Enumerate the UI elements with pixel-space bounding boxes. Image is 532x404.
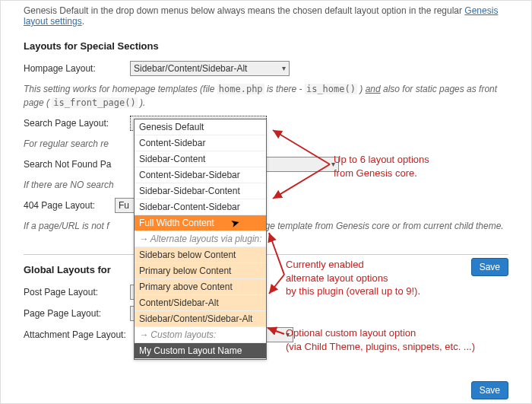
opt-sidebar-content-sidebar[interactable]: Sidebar-Content-Sidebar: [135, 199, 266, 215]
homepage-note: This setting works for homepage template…: [24, 82, 508, 110]
opt-content-sidebar[interactable]: Content-Sidebar: [135, 135, 266, 151]
cursor-icon: ➤: [230, 216, 242, 231]
save-button-2[interactable]: Save: [471, 381, 508, 399]
anno-core-layouts: Up to 6 layout options from Genesis core…: [334, 153, 531, 180]
opt-custom-layout[interactable]: My Custom Layout Name: [135, 343, 266, 359]
opt-cat-alternate: → Alternate layouts via plugin:: [135, 231, 266, 247]
anno-alternate-layouts: Currently enabled alternate layout optio…: [286, 258, 483, 298]
opt-genesis-default[interactable]: Genesis Default: [135, 119, 266, 135]
opt-cat-custom: → Custom layouts:: [135, 327, 266, 343]
page-page-layout-label: Page Page Layout:: [24, 308, 130, 319]
search-page-layout-label: Search Page Layout:: [24, 118, 130, 129]
opt-sidebar-content[interactable]: Sidebar-Content: [135, 151, 266, 167]
opt-content-sidebar-sidebar[interactable]: Content-Sidebar-Sidebar: [135, 167, 266, 183]
opt-primary-above[interactable]: Primary above Content: [135, 279, 266, 295]
homepage-layout-label: Hompage Layout:: [24, 63, 130, 74]
post-page-layout-label: Post Page Layout:: [24, 287, 130, 297]
opt-full-width-content[interactable]: Full Width Content➤: [135, 215, 266, 231]
section-special-title: Layouts for Special Sections: [24, 40, 508, 52]
homepage-layout-select[interactable]: Sidebar/Content/Sidebar-Alt: [130, 61, 290, 76]
opt-content-sidebar-alt[interactable]: Content/Sidebar-Alt: [135, 295, 266, 311]
opt-sidebar-sidebar-content[interactable]: Sidebar-Sidebar-Content: [135, 183, 266, 199]
opt-sidebars-below[interactable]: Sidebars below Content: [135, 247, 266, 263]
search-page-dropdown-list[interactable]: Genesis Default Content-Sidebar Sidebar-…: [134, 119, 267, 360]
opt-sidebar-content-sidebar-alt[interactable]: Sidebar/Content/Sidebar-Alt: [135, 311, 266, 327]
opt-primary-below[interactable]: Primary below Content: [135, 263, 266, 279]
404-layout-label: 404 Page Layout:: [24, 200, 115, 211]
anno-custom-layout: Optional custom layout option (via Child…: [286, 326, 483, 353]
intro-text: Genesis Default in the drop down menus b…: [24, 1, 508, 27]
